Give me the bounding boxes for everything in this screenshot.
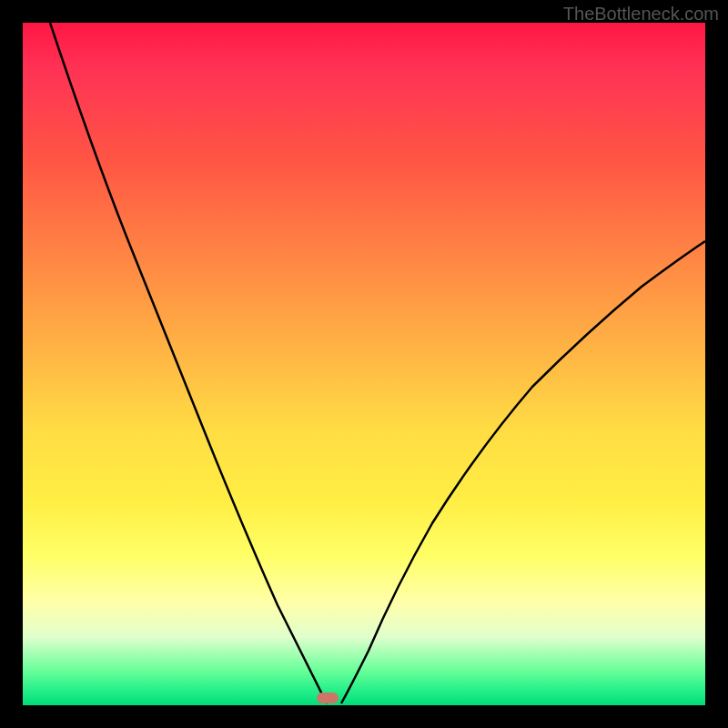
chart-container: TheBottleneck.com bbox=[0, 0, 728, 728]
watermark-text: TheBottleneck.com bbox=[563, 4, 719, 25]
curve-svg bbox=[23, 23, 705, 705]
right-curve bbox=[341, 241, 705, 703]
left-curve bbox=[50, 23, 328, 703]
plot-area bbox=[23, 23, 705, 705]
bottleneck-marker bbox=[317, 693, 339, 703]
